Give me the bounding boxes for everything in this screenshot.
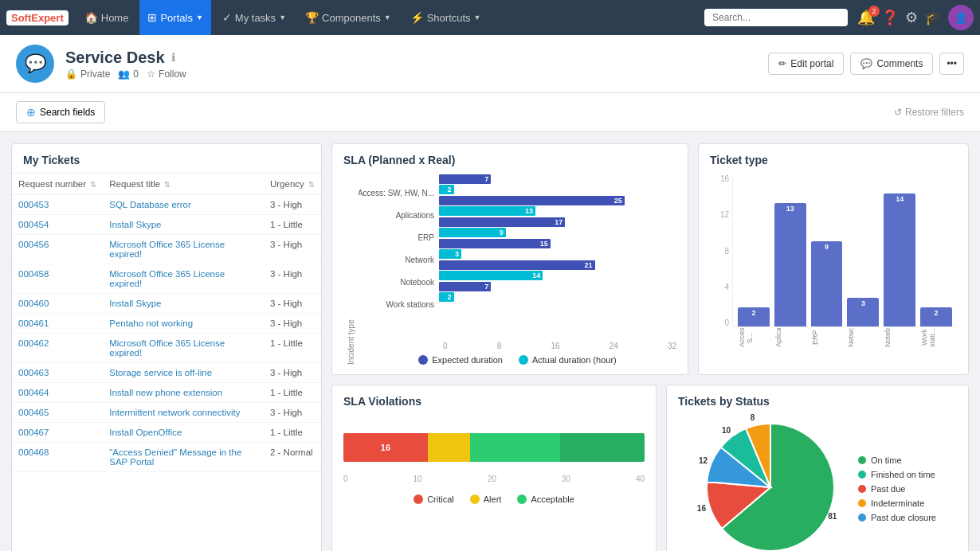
ticket-title[interactable]: Pentaho not working	[103, 314, 264, 334]
portal-info-icon[interactable]: ℹ	[171, 51, 175, 64]
nav-my-tasks[interactable]: ✓ My tasks ▼	[214, 0, 294, 35]
nav-components[interactable]: 🏆 Components ▼	[297, 0, 399, 35]
restore-filters-button[interactable]: ↺ Restore filters	[894, 107, 964, 118]
topnav-icons: 🔔 2 ❓ ⚙ 🎓 👤	[857, 5, 974, 30]
notifications-icon[interactable]: 🔔 2	[857, 9, 875, 26]
sla-bar-pair: 7 2	[439, 282, 676, 302]
ticket-id[interactable]: 000464	[12, 383, 103, 403]
bar-column[interactable]: 3 Network	[847, 174, 879, 326]
ticket-title[interactable]: SQL Database error	[103, 195, 264, 215]
portal-header-left: 💬 Service Desk ℹ 🔒 Private 👥 0 ☆ Follow	[16, 45, 186, 83]
sla-bar-pair: 21 14	[439, 260, 676, 280]
table-row[interactable]: 000456 Microsoft Office 365 License expi…	[12, 235, 321, 264]
sla-bars-area: 7 2 25 13 17 9 15 3 21 14	[439, 174, 676, 340]
bar-x-label: ERP	[811, 328, 843, 347]
search-fields-button[interactable]: ⊕ Search fields	[16, 101, 105, 123]
sla-y-axis: Access: SW, HW, N...AplicationsERPNetwor…	[359, 174, 439, 340]
col-request-title[interactable]: Request title ⇅	[103, 174, 264, 195]
user-avatar[interactable]: 👤	[948, 5, 974, 30]
portal-follow[interactable]: ☆ Follow	[147, 68, 186, 80]
table-row[interactable]: 000458 Microsoft Office 365 License expi…	[12, 264, 321, 294]
more-icon: •••	[947, 58, 957, 69]
global-search-input[interactable]	[704, 9, 848, 26]
bar-column[interactable]: 9 ERP	[811, 174, 843, 326]
lock-icon: 🔒	[65, 68, 77, 80]
edit-portal-button[interactable]: ✏ Edit portal	[768, 53, 844, 75]
pie-chart	[699, 416, 842, 551]
ticket-id[interactable]: 000468	[12, 443, 103, 472]
table-row[interactable]: 000468 "Access Denied" Message in the SA…	[12, 443, 321, 472]
table-row[interactable]: 000464 Install new phone extension 1 - L…	[12, 383, 321, 403]
ticket-id[interactable]: 000461	[12, 314, 103, 334]
sla-bar-expected: 17	[439, 217, 565, 227]
sla-bar-expected: 7	[439, 174, 491, 184]
ticket-id[interactable]: 000462	[12, 334, 103, 363]
ticket-title[interactable]: Intermittent network connectivity	[103, 403, 264, 423]
shortcuts-icon: ⚡	[410, 11, 424, 24]
sla-bar-actual: 13	[439, 206, 535, 216]
ticket-title[interactable]: Microsoft Office 365 License expired!	[103, 334, 264, 363]
app-logo[interactable]: SoftExpert	[6, 10, 69, 25]
ticket-title[interactable]: Install new phone extension	[103, 383, 264, 403]
bar-rect: 2	[920, 307, 952, 326]
ticket-id[interactable]: 000463	[12, 363, 103, 383]
bar-rect: 3	[847, 298, 879, 326]
sla-y-label: Notebook	[359, 272, 434, 292]
table-row[interactable]: 000463 Storage service is off-line 3 - H…	[12, 363, 321, 383]
ticket-id[interactable]: 000465	[12, 403, 103, 423]
portal-header: 💬 Service Desk ℹ 🔒 Private 👥 0 ☆ Follow	[0, 35, 980, 93]
graduation-icon[interactable]: 🎓	[924, 9, 942, 26]
table-row[interactable]: 000460 Install Skype 3 - High	[12, 294, 321, 314]
bar-column[interactable]: 14 Notebook	[884, 174, 915, 326]
ticket-id[interactable]: 000467	[12, 423, 103, 443]
ticket-id[interactable]: 000458	[12, 264, 103, 294]
more-options-button[interactable]: •••	[939, 53, 964, 75]
bar-rect: 9	[811, 241, 843, 326]
ticket-type-chart-container: 1612840 2 Access S... 13 Aplications 9 E…	[710, 174, 957, 350]
comments-button[interactable]: 💬 Comments	[850, 53, 933, 75]
stacked-segment	[560, 433, 645, 462]
table-row[interactable]: 000461 Pentaho not working 3 - High	[12, 314, 321, 334]
pie-legend-item: Finished on time	[858, 470, 936, 479]
nav-shortcuts[interactable]: ⚡ Shortcuts ▼	[402, 0, 489, 35]
bar-column[interactable]: 2 Access S...	[738, 174, 770, 326]
sort-icon-number: ⇅	[90, 181, 96, 189]
filter-bar: ⊕ Search fields ↺ Restore filters	[0, 93, 980, 132]
ticket-id[interactable]: 000454	[12, 215, 103, 235]
ticket-urgency: 1 - Little	[264, 383, 321, 403]
col-urgency[interactable]: Urgency ⇅	[264, 174, 321, 195]
ticket-id[interactable]: 000453	[12, 195, 103, 215]
tickets-table-wrapper[interactable]: Request number ⇅ Request title ⇅ Urgency…	[12, 174, 321, 472]
ticket-id[interactable]: 000456	[12, 235, 103, 264]
table-row[interactable]: 000467 Install OpenOffice 1 - Little	[12, 423, 321, 443]
nav-portals[interactable]: ⊞ Portals ▼	[139, 0, 210, 35]
table-row[interactable]: 000454 Install Skype 1 - Little	[12, 215, 321, 235]
ticket-title[interactable]: Microsoft Office 365 License expired!	[103, 235, 264, 264]
tickets-by-status-panel: Tickets by Status 811612108 On timeFinis…	[666, 385, 969, 551]
col-request-number[interactable]: Request number ⇅	[12, 174, 103, 195]
bar-x-label: Network	[847, 328, 879, 347]
table-row[interactable]: 000462 Microsoft Office 365 License expi…	[12, 334, 321, 363]
sort-icon-urgency: ⇅	[308, 181, 315, 189]
ticket-title[interactable]: Install Skype	[103, 294, 264, 314]
sla-bar-expected: 7	[439, 282, 491, 291]
table-row[interactable]: 000465 Intermittent network connectivity…	[12, 403, 321, 423]
ticket-title[interactable]: "Access Denied" Message in the SAP Porta…	[103, 443, 264, 472]
ticket-title[interactable]: Microsoft Office 365 License expired!	[103, 264, 264, 294]
table-row[interactable]: 000453 SQL Database error 3 - High	[12, 195, 321, 215]
ticket-title[interactable]: Install Skype	[103, 215, 264, 235]
status-pie-container: 811612108 On timeFinished on timePast du…	[678, 416, 957, 551]
sla-y-label: Aplications	[359, 205, 434, 225]
main-content: My Tickets Request number ⇅ Request titl…	[0, 132, 980, 551]
sla-bar-actual: 3	[439, 249, 461, 259]
tickets-body: 000453 SQL Database error 3 - High 00045…	[12, 195, 321, 472]
nav-home[interactable]: 🏠 Home	[76, 0, 137, 35]
ticket-title[interactable]: Install OpenOffice	[103, 423, 264, 443]
settings-icon[interactable]: ⚙	[905, 9, 918, 26]
bar-column[interactable]: 2 Work stati...	[920, 174, 952, 326]
bar-column[interactable]: 13 Aplications	[774, 174, 806, 326]
ticket-id[interactable]: 000460	[12, 294, 103, 314]
ticket-title[interactable]: Storage service is off-line	[103, 363, 264, 383]
help-icon[interactable]: ❓	[881, 9, 899, 26]
right-panels: SLA (Planned x Real) Incident type Acces…	[331, 143, 969, 551]
